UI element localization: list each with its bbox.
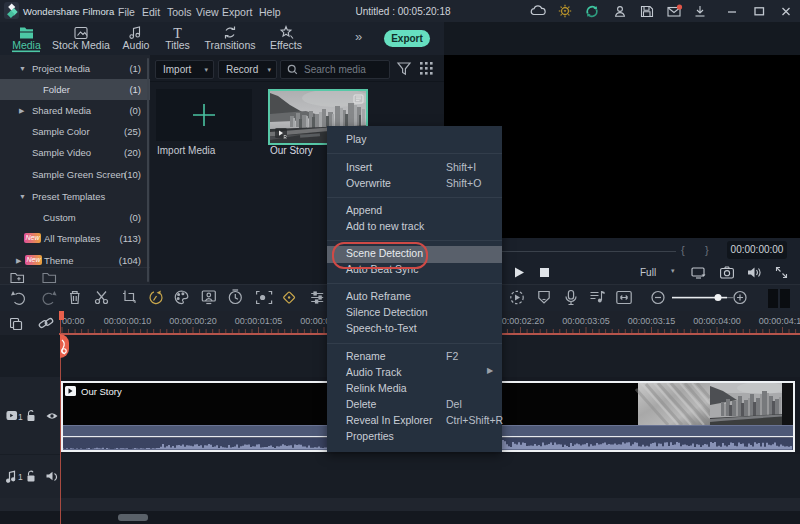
svg-text:00:00:02:20: 00:00:02:20 [497,316,545,326]
svg-text:00:00: 00:00 [62,316,85,326]
svg-text:Transitions: Transitions [205,39,256,51]
svg-text:00:00:04:10: 00:00:04:10 [759,316,800,326]
svg-text:1: 1 [18,412,23,422]
svg-text:00:00:03:05: 00:00:03:05 [562,316,610,326]
svg-text:00:00:00:20: 00:00:00:20 [169,316,217,326]
svg-text:00:00:01:05: 00:00:01:05 [235,316,283,326]
svg-text:Our Story: Our Story [81,386,122,397]
svg-text:Titles: Titles [165,39,190,51]
svg-text:Stock Media: Stock Media [52,39,110,51]
svg-text:Media: Media [12,39,41,51]
svg-text:Effects: Effects [270,39,302,51]
svg-text:1: 1 [18,472,23,482]
svg-text:00:00:04:00: 00:00:04:00 [693,316,741,326]
svg-text:00:00:00:10: 00:00:00:10 [104,316,152,326]
svg-text:Audio: Audio [123,39,150,51]
svg-text:00:00:03:15: 00:00:03:15 [628,316,676,326]
